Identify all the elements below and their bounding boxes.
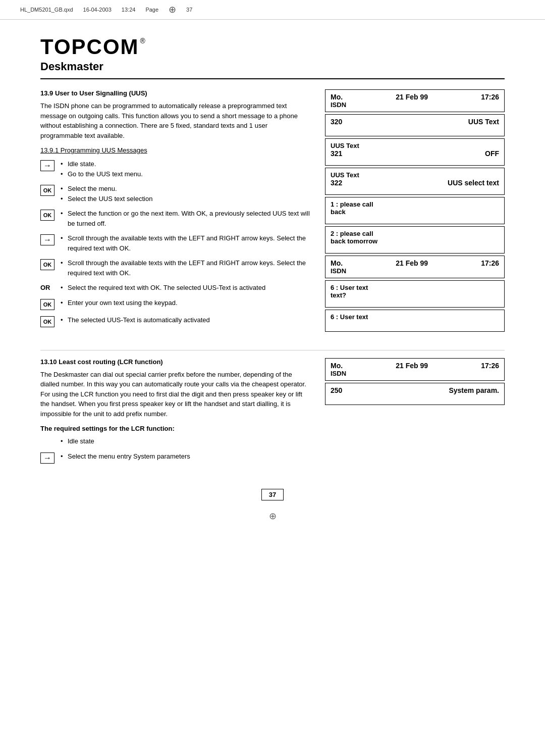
instruction-row-8: OK The selected UUS-Text is automaticall… xyxy=(40,315,310,327)
lcr-arrow-icon: → xyxy=(40,452,54,464)
screen-date-row-2: Mo. 21 Feb 99 17:26 xyxy=(331,259,499,267)
instruction-bullet: Go to the UUS text menu. xyxy=(61,169,143,179)
header-page-num: 37 xyxy=(186,7,192,13)
instruction-bullet: Select the UUS text selection xyxy=(61,194,152,204)
screen-pcb-line2: back xyxy=(331,208,499,216)
header-page-label: Page xyxy=(145,7,158,13)
screen-isdn-2: ISDN xyxy=(331,267,499,275)
instruction-bullet: The selected UUS-Text is automatically a… xyxy=(61,315,210,325)
reg-mark: ® xyxy=(140,37,145,45)
lcr-section-wrapper: 13.10 Least cost routing (LCR function) … xyxy=(0,350,545,479)
instruction-row-2: OK Select the menu. Select the UUS text … xyxy=(40,184,310,204)
lcr-instruction-1: Idle state xyxy=(40,436,310,446)
instruction-bullet: Enter your own text using the keypad. xyxy=(61,298,178,308)
uus-section-title: 13.9 User to User Signalling (UUS) xyxy=(40,89,310,97)
or-label-6: OR xyxy=(40,284,54,291)
screen-321-row: 321 OFF xyxy=(331,149,499,158)
instruction-row-3: OK Select the function or go the next it… xyxy=(40,209,310,228)
lcr-bullet-1: Idle state xyxy=(61,436,94,446)
lcr-instruction-text-2: Select the menu entry System parameters xyxy=(61,451,190,462)
screen-please-call-back: 1 : please call back xyxy=(325,197,505,224)
instruction-row-5: OK Scroll through the available texts wi… xyxy=(40,258,310,278)
screen-322-row: 322 UUS select text xyxy=(331,179,499,187)
lcr-screen-date: Mo. 21 Feb 99 17:26 ISDN xyxy=(325,358,505,381)
ok-icon-7: OK xyxy=(40,299,54,310)
lcr-instruction-2: → Select the menu entry System parameter… xyxy=(40,451,310,464)
lcr-screen-isdn: ISDN xyxy=(331,370,499,377)
header-date: 16-04-2003 xyxy=(83,7,112,13)
instruction-text-6: Select the required text with OK. The se… xyxy=(61,283,265,293)
lcr-screen-250: 250 System param. xyxy=(325,383,505,405)
lcr-two-col: 13.10 Least cost routing (LCR function) … xyxy=(40,358,505,469)
screen-320-row: 320 UUS Text xyxy=(331,118,499,126)
screen-ut-line2: text? xyxy=(331,291,499,299)
screen-321-num: 321 xyxy=(331,149,342,158)
instruction-row-1: → Idle state. Go to the UUS text menu. xyxy=(40,159,310,179)
page-number: 37 xyxy=(261,489,284,500)
screen-321: UUS Text 321 OFF xyxy=(325,138,505,166)
screen-user-text-prompt: 6 : User text text? xyxy=(325,280,505,308)
header-crosshair: ⊕ xyxy=(169,4,176,15)
lcr-screen-250-row: 250 System param. xyxy=(331,386,499,394)
screen-please-call-back-tomorrow: 2 : please call back tomorrow xyxy=(325,226,505,254)
header-filename: HL_DM5201_GB.qxd xyxy=(20,7,73,13)
lcr-screen-250-num: 250 xyxy=(331,386,342,394)
lcr-screen-date-val: 21 Feb 99 xyxy=(396,362,428,370)
ok-icon-5: OK xyxy=(40,259,54,270)
screen-322-num: 322 xyxy=(331,179,342,187)
screen-pcbt-line2: back tomorrow xyxy=(331,237,499,245)
ok-icon-2: OK xyxy=(40,185,54,196)
screen-322-top: UUS Text xyxy=(331,171,499,179)
instruction-bullet: Scroll through the available texts with … xyxy=(61,233,310,253)
screen-date-2: Mo. 21 Feb 99 17:26 ISDN xyxy=(325,256,505,278)
instruction-text-5: Scroll through the available texts with … xyxy=(61,258,310,278)
lcr-required-label: The required settings for the LCR functi… xyxy=(40,425,310,432)
lcr-screen-250-label: System param. xyxy=(449,386,499,394)
footer-crosshair: ⊕ xyxy=(0,511,545,522)
screen-pcbt-line1: 2 : please call xyxy=(331,230,499,237)
lcr-section-title: 13.10 Least cost routing (LCR function) xyxy=(40,358,310,366)
arrow-icon-4: → xyxy=(40,234,54,245)
screen-pcb-line1: 1 : please call xyxy=(331,200,499,208)
screen-322: UUS Text 322 UUS select text xyxy=(325,168,505,195)
screen-320-label: UUS Text xyxy=(468,118,499,126)
logo-deskmaster: Deskmaster xyxy=(40,60,505,73)
instruction-row-7: OK Enter your own text using the keypad. xyxy=(40,298,310,310)
screen-320: 320 UUS Text xyxy=(325,114,505,136)
instruction-text-7: Enter your own text using the keypad. xyxy=(61,298,178,308)
ok-icon-3: OK xyxy=(40,210,54,221)
page-number-box: 37 xyxy=(0,489,545,500)
instruction-text-8: The selected UUS-Text is automatically a… xyxy=(61,315,210,325)
lcr-left: 13.10 Least cost routing (LCR function) … xyxy=(40,358,310,469)
uus-section-wrapper: 13.9 User to User Signalling (UUS) The I… xyxy=(0,79,545,342)
page-header: HL_DM5201_GB.qxd 16-04-2003 13:24 Page ⊕… xyxy=(0,0,545,20)
instruction-text-4: Scroll through the available texts with … xyxy=(61,233,310,253)
logo-brand: TOPCOM xyxy=(40,35,139,59)
lcr-screen-date-row: Mo. 21 Feb 99 17:26 xyxy=(331,362,499,370)
lcr-screens-column: Mo. 21 Feb 99 17:26 ISDN 250 System para… xyxy=(325,358,505,469)
instruction-bullet: Select the function or go the next item.… xyxy=(61,209,310,228)
lcr-section-body: The Deskmaster can dial out special carr… xyxy=(40,370,310,419)
logo-section: TOPCOM® Deskmaster xyxy=(0,20,545,78)
ok-icon-8: OK xyxy=(40,316,54,327)
instruction-bullet: Idle state. xyxy=(61,159,143,169)
instruction-text-3: Select the function or go the next item.… xyxy=(61,209,310,228)
screen-date-1: Mo. 21 Feb 99 17:26 ISDN xyxy=(325,89,505,112)
screen-321-label: OFF xyxy=(485,149,499,158)
screen-user-text: 6 : User text xyxy=(325,310,505,332)
uus-subsection-title: 13.9.1 Programming UUS Messages xyxy=(40,146,310,154)
instruction-bullet: Select the menu. xyxy=(61,184,152,194)
section-divider xyxy=(40,350,505,350)
lcr-instruction-text-1: Idle state xyxy=(61,436,94,446)
screen-322-label: UUS select text xyxy=(448,179,499,187)
uus-section-body: The ISDN phone can be programmed to auto… xyxy=(40,101,310,140)
screen-mo-2: Mo. xyxy=(331,259,343,267)
instruction-row-4: → Scroll through the available texts wit… xyxy=(40,233,310,253)
instruction-bullet: Select the required text with OK. The se… xyxy=(61,283,265,293)
arrow-icon-1: → xyxy=(40,160,54,171)
lcr-screen-time-val: 17:26 xyxy=(481,362,499,370)
instruction-text-1: Idle state. Go to the UUS text menu. xyxy=(61,159,143,179)
screen-isdn-1: ISDN xyxy=(331,101,499,109)
screen-320-num: 320 xyxy=(331,118,342,126)
header-time: 13:24 xyxy=(122,7,136,13)
